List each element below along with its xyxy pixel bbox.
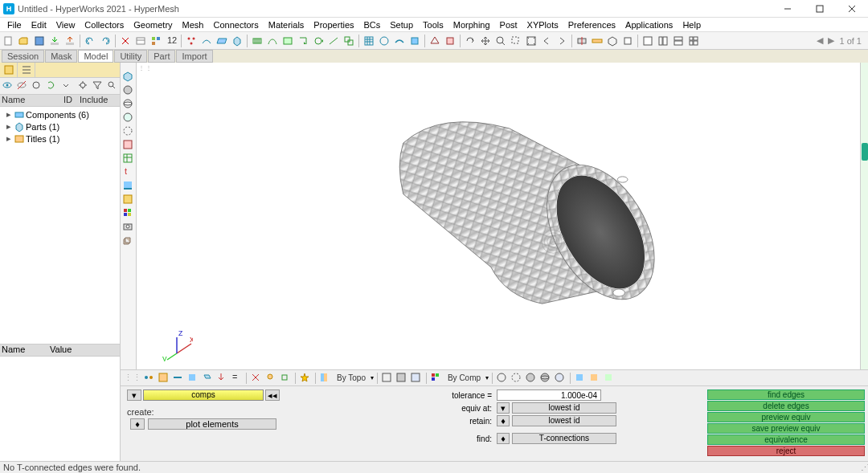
rotate-icon[interactable] bbox=[463, 34, 477, 48]
ruled-icon[interactable] bbox=[250, 34, 264, 48]
menu-help[interactable]: Help bbox=[678, 19, 705, 31]
transp2-icon[interactable] bbox=[554, 372, 567, 385]
misc2-icon[interactable] bbox=[588, 372, 601, 385]
open-icon[interactable] bbox=[17, 34, 31, 48]
view-icon[interactable] bbox=[620, 34, 635, 48]
menu-bcs[interactable]: BCs bbox=[360, 19, 385, 31]
minimize-button[interactable] bbox=[772, 0, 804, 18]
find-value-button[interactable]: T-connections bbox=[512, 433, 616, 444]
spin-icon[interactable] bbox=[311, 34, 326, 48]
layout3-icon[interactable] bbox=[671, 34, 686, 48]
tab-mask[interactable]: Mask bbox=[45, 50, 77, 63]
tree-item-parts[interactable]: ▸ Parts (1) bbox=[2, 120, 118, 133]
action-delete-edges[interactable]: delete edges bbox=[707, 401, 865, 411]
maximize-button[interactable] bbox=[804, 0, 836, 18]
comps-seek-button[interactable]: ◂◂ bbox=[265, 389, 280, 401]
comps-selector-button[interactable]: comps bbox=[143, 389, 264, 401]
transp-render-icon[interactable] bbox=[410, 372, 423, 385]
visual-transparent-icon[interactable] bbox=[122, 112, 135, 124]
export-icon[interactable] bbox=[63, 34, 77, 48]
vertical-scrollbar[interactable] bbox=[860, 63, 868, 369]
menu-view[interactable]: View bbox=[52, 19, 80, 31]
organize-icon[interactable] bbox=[149, 34, 163, 48]
hide-icon[interactable] bbox=[16, 80, 28, 92]
shadewire-icon[interactable] bbox=[539, 372, 552, 385]
quality-icon[interactable] bbox=[407, 34, 422, 48]
pan-icon[interactable] bbox=[478, 34, 493, 48]
action-reject[interactable]: reject bbox=[707, 446, 865, 456]
disp-nodes-icon[interactable] bbox=[143, 372, 156, 385]
tab-import[interactable]: Import bbox=[176, 50, 212, 63]
disp-1d-icon[interactable] bbox=[172, 372, 185, 385]
spline-icon[interactable] bbox=[265, 34, 280, 48]
lines-icon[interactable] bbox=[199, 34, 214, 48]
hidden2-icon[interactable] bbox=[510, 372, 523, 385]
iso-icon[interactable] bbox=[605, 34, 620, 48]
visualize-tab-icon[interactable] bbox=[122, 180, 135, 193]
filter-icon[interactable] bbox=[92, 80, 104, 92]
menu-mesh[interactable]: Mesh bbox=[178, 19, 208, 31]
wire-render-icon[interactable] bbox=[381, 372, 394, 385]
browser-list-tab-icon[interactable] bbox=[18, 63, 35, 77]
elem-offset-icon[interactable] bbox=[342, 34, 356, 48]
equiv-at-caret[interactable]: ▾ bbox=[497, 402, 510, 414]
topo-color-icon[interactable] bbox=[319, 372, 332, 385]
bycomp-label[interactable]: By Comp bbox=[444, 373, 484, 382]
3d-viewport[interactable]: ⋮⋮ bbox=[137, 63, 860, 369]
page-prev-icon[interactable]: ◀ bbox=[817, 35, 823, 46]
page-next-icon[interactable]: ▶ bbox=[828, 35, 834, 46]
solids-icon[interactable] bbox=[230, 34, 244, 48]
disp-elems-icon[interactable] bbox=[158, 372, 170, 385]
tree-col-name[interactable]: Name bbox=[0, 95, 63, 106]
fit-icon[interactable] bbox=[524, 34, 538, 48]
import-icon[interactable] bbox=[47, 34, 62, 48]
disp-star-icon[interactable] bbox=[299, 372, 312, 385]
skin-icon[interactable] bbox=[280, 34, 295, 48]
disp-load-icon[interactable] bbox=[215, 372, 228, 385]
menu-materials[interactable]: Materials bbox=[264, 19, 309, 31]
menu-applications[interactable]: Applications bbox=[621, 19, 677, 31]
menu-edit[interactable]: Edit bbox=[27, 19, 51, 31]
show-icon[interactable] bbox=[2, 80, 14, 92]
disp-equation-icon[interactable]: = bbox=[230, 372, 243, 385]
layout2-icon[interactable] bbox=[656, 34, 670, 48]
new-icon[interactable] bbox=[2, 34, 16, 48]
zoom-icon[interactable] bbox=[493, 34, 508, 48]
scale-thickness-icon[interactable]: t bbox=[122, 166, 135, 179]
viewport-grip-icon[interactable]: ⋮⋮ bbox=[138, 64, 153, 71]
visual-hidden-icon[interactable] bbox=[122, 125, 135, 138]
menu-setup[interactable]: Setup bbox=[386, 19, 417, 31]
misc1-icon[interactable] bbox=[574, 372, 587, 385]
capture-icon[interactable] bbox=[122, 221, 135, 234]
tolerance-input[interactable] bbox=[497, 389, 601, 401]
create-value-button[interactable]: plot elements bbox=[148, 418, 276, 430]
renumber-icon[interactable]: 12 bbox=[164, 34, 178, 48]
shade-render-icon[interactable] bbox=[395, 372, 408, 385]
menu-post[interactable]: Post bbox=[496, 19, 522, 31]
measure-icon[interactable] bbox=[590, 34, 604, 48]
menu-xyplots[interactable]: XYPlots bbox=[523, 19, 563, 31]
zoombox-icon[interactable] bbox=[509, 34, 523, 48]
visual-wire-icon[interactable] bbox=[122, 98, 135, 111]
layout1-icon[interactable] bbox=[641, 34, 655, 48]
tree-col-id[interactable]: ID bbox=[63, 95, 80, 106]
layout4-icon[interactable] bbox=[686, 34, 701, 48]
card-icon[interactable] bbox=[133, 34, 148, 48]
menu-properties[interactable]: Properties bbox=[309, 19, 358, 31]
tab-session[interactable]: Session bbox=[2, 50, 44, 63]
book-icon[interactable] bbox=[122, 194, 135, 206]
wire2-icon[interactable] bbox=[496, 372, 509, 385]
disp-shrink-icon[interactable] bbox=[279, 372, 292, 385]
misc3-icon[interactable] bbox=[603, 372, 616, 385]
create-switch[interactable]: ♦ bbox=[130, 418, 145, 430]
tetmesh-icon[interactable] bbox=[428, 34, 442, 48]
action-preview-equiv[interactable]: preview equiv bbox=[707, 412, 865, 422]
menu-connectors[interactable]: Connectors bbox=[209, 19, 262, 31]
nodes-icon[interactable] bbox=[184, 34, 199, 48]
menu-collectors[interactable]: Collectors bbox=[80, 19, 128, 31]
arrowleft-icon[interactable] bbox=[539, 34, 554, 48]
undo-icon[interactable] bbox=[83, 34, 97, 48]
automesh-icon[interactable] bbox=[362, 34, 376, 48]
section-icon[interactable] bbox=[575, 34, 589, 48]
retain-caret[interactable]: ♦ bbox=[497, 415, 510, 426]
